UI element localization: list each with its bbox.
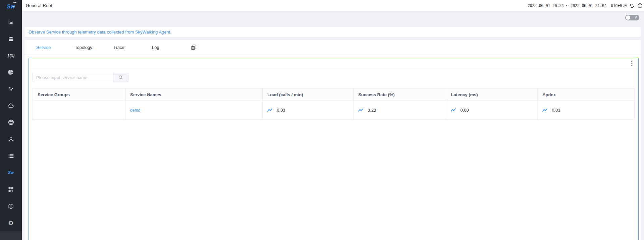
service-search [33, 73, 635, 82]
tabs-row: Service Topology Trace Log [24, 40, 641, 55]
tab-topology[interactable]: Topology [75, 45, 113, 50]
sidebar-item-topology[interactable] [0, 131, 22, 147]
service-table: Service Groups Service Names Load (calls… [33, 88, 635, 120]
pie-icon [8, 69, 14, 75]
main-content: V Observe Service through telemetry data… [22, 11, 644, 240]
table-row: demo 0.03 [33, 101, 635, 120]
latency-value: 0.00 [460, 108, 469, 113]
skywalking-icon: Sw [8, 170, 14, 175]
sidebar-item-settings[interactable]: ⚙ [0, 215, 22, 231]
skywalking-logo[interactable]: Sw [0, 0, 22, 13]
sidebar-collapse-footer[interactable] [0, 231, 22, 240]
service-search-button[interactable] [113, 73, 128, 82]
card-body: Service Groups Service Names Load (calls… [24, 55, 641, 240]
col-load: Load (calls / min) [263, 88, 354, 101]
load-metric: 0.03 [267, 108, 353, 113]
function-icon: ƒ(x) [7, 53, 14, 58]
dashboard-card: Service Topology Trace Log [24, 40, 641, 240]
timezone-text: UTC+8:0 [611, 3, 627, 8]
success-rate-metric: 3.23 [358, 108, 446, 113]
list-icon [8, 153, 14, 159]
sidebar-item-layers[interactable] [0, 30, 22, 47]
search-icon [118, 75, 123, 80]
sidebar-nav: ƒ(x) [0, 13, 22, 231]
load-value: 0.03 [277, 108, 285, 113]
header-right-controls: 2023-06-01 20:34 ~ 2023-06-01 21:04 UTC+… [528, 3, 644, 8]
sidebar-item-skywalking[interactable]: Sw [0, 164, 22, 181]
tab-service[interactable]: Service [36, 45, 75, 50]
dashboard-add-icon [8, 187, 14, 192]
sidebar-item-cloud[interactable] [0, 97, 22, 114]
refresh-icon[interactable] [629, 3, 635, 8]
apdex-metric: 0.03 [542, 108, 634, 113]
panel-body: Service Groups Service Names Load (calls… [29, 68, 638, 120]
dashboard-chart-icon [8, 19, 14, 25]
col-latency: Latency (ms) [446, 88, 538, 101]
cell-service-group [33, 101, 125, 120]
sidebar-item-functions[interactable]: ƒ(x) [0, 47, 22, 64]
sidebar-item-alarm[interactable] [0, 198, 22, 215]
settings-gear-icon: ⚙ [8, 220, 14, 226]
copy-dashboard-icon[interactable] [191, 44, 197, 50]
sidebar-item-dashboard[interactable] [0, 13, 22, 30]
cloud-icon [8, 103, 14, 108]
trend-line-icon[interactable] [542, 108, 547, 112]
trend-line-icon[interactable] [358, 108, 363, 112]
topology-icon [8, 136, 14, 142]
time-range-text: 2023-06-01 20:34 ~ 2023-06-01 21:04 [528, 3, 606, 8]
service-list-panel: Service Groups Service Names Load (calls… [29, 58, 639, 240]
top-header: General-Root 2023-06-01 20:34 ~ 2023-06-… [22, 0, 644, 11]
info-banner-text: Observe Service through telemetry data c… [29, 29, 171, 35]
tab-log[interactable]: Log [152, 45, 191, 50]
trend-line-icon[interactable] [451, 108, 456, 112]
view-mode-toggle[interactable]: V [625, 15, 639, 20]
scatter-dots-icon [8, 86, 14, 92]
col-success-rate: Success Rate (%) [354, 88, 446, 101]
service-search-input[interactable] [33, 73, 113, 82]
dashboard-toolbar: V [22, 11, 644, 21]
col-service-groups: Service Groups [33, 88, 125, 101]
sidebar-item-browser[interactable] [0, 114, 22, 131]
latency-metric: 0.00 [451, 108, 537, 113]
tab-trace[interactable]: Trace [113, 45, 152, 50]
sidebar: Sw ƒ(x) [0, 0, 22, 240]
toggle-label: V [635, 15, 637, 20]
sidebar-item-list[interactable] [0, 147, 22, 164]
toggle-knob [626, 15, 630, 20]
sidebar-item-custom-dashboard[interactable] [0, 181, 22, 198]
sidebar-item-profile[interactable] [0, 64, 22, 80]
sidebar-item-events[interactable] [0, 80, 22, 97]
page-title: General-Root [26, 3, 52, 8]
col-apdex: Apdex [538, 88, 635, 101]
trend-line-icon[interactable] [267, 108, 272, 112]
globe-icon [8, 119, 14, 125]
kebab-menu-icon[interactable] [630, 60, 633, 67]
table-header-row: Service Groups Service Names Load (calls… [33, 88, 635, 101]
col-service-names: Service Names [125, 88, 263, 101]
alert-hexagon-icon [8, 203, 14, 209]
apdex-value: 0.03 [552, 108, 560, 113]
info-banner: Observe Service through telemetry data c… [24, 27, 641, 37]
service-name-link[interactable]: demo [130, 108, 140, 113]
panel-header [29, 58, 638, 68]
layers-icon [8, 36, 14, 42]
success-rate-value: 3.23 [368, 108, 376, 113]
info-icon[interactable] [637, 3, 643, 8]
time-range-picker[interactable]: 2023-06-01 20:34 ~ 2023-06-01 21:04 UTC+… [528, 3, 627, 8]
